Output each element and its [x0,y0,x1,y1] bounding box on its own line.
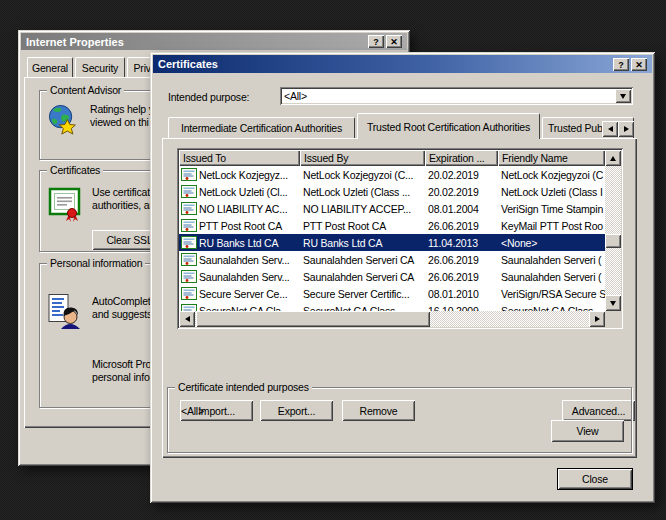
button-label: View [577,425,599,437]
arrow-right-icon [595,316,600,322]
cell-friendly-name: NetLock Uzleti (Class I [498,186,605,198]
scrollbar-thumb[interactable] [196,311,430,327]
cell-text: NetLock Uzleti (Class ... [303,186,410,198]
intended-purpose-label: Intended purpose: [168,91,249,103]
column-header-expiration[interactable]: Expiration ... [425,150,498,166]
cell-expiration: 26.06.2019 [425,254,498,266]
cell-issued-to: NetLock Kozjegyz... [179,168,300,181]
certificates-titlebar[interactable]: Certificates ? ✕ [153,55,652,73]
certificate-list: NetLock Kozjegyz...NetLock Kozjegyzoi (C… [179,166,605,311]
list-header: Issued To Issued By Expiration ... Frien… [179,150,605,166]
cell-text: NO LIABILITY AC... [199,203,287,215]
cell-text: Saunalahden Serv... [199,254,290,266]
certificate-purposes-group: Certificate intended purposes <All> View [167,387,632,453]
cell-issued-by: Saunalahden Serveri CA [300,271,425,283]
group-label: Personal information [47,257,145,269]
cell-expiration: 08.01.2010 [425,288,498,300]
certificate-icon [181,219,197,232]
cell-friendly-name: VeriSign/RSA Secure S [498,288,605,300]
scrollbar-thumb[interactable] [605,234,621,248]
horizontal-scrollbar[interactable] [179,311,605,327]
certificates-text-1: Use certificat [92,186,150,198]
cell-issued-by: NO LIABILITY ACCEP... [300,203,425,215]
close-window-button[interactable]: ✕ [631,58,647,71]
certificate-row[interactable]: SecureNet CA Cla...SecureNet CA Class ..… [179,302,605,311]
group-label: Certificate intended purposes [175,381,312,393]
certificate-icon [181,202,197,215]
cell-issued-to: NetLock Uzleti (Cl... [179,185,300,198]
tab-security[interactable]: Security [75,57,125,78]
cell-text: NetLock Uzleti (Class I [501,186,603,198]
certificate-row[interactable]: NetLock Kozjegyz...NetLock Kozjegyzoi (C… [179,166,605,183]
tab-scroll-right-button[interactable] [618,121,634,137]
cell-text: Saunalahden Serveri ( [501,254,601,266]
content-advisor-text-1: Ratings help y [90,103,154,115]
combobox-dropdown-button[interactable] [615,89,631,103]
internet-properties-titlebar[interactable]: Internet Properties ? ✕ [21,33,407,50]
tab-general[interactable]: General [27,57,73,78]
close-window-button[interactable]: ✕ [386,35,402,48]
trusted-root-tabpage: Issued To Issued By Expiration ... Frien… [162,138,637,458]
certificate-row[interactable]: PTT Post Root CAPTT Post Root CA26.06.20… [179,217,605,234]
help-button[interactable]: ? [368,35,384,48]
cell-text: Saunalahden Serveri CA [303,254,414,266]
cell-issued-by: RU Banks Ltd CA [300,237,425,249]
tab-intermediate-authorities[interactable]: Intermediate Certification Authorities [168,117,355,138]
group-label: Content Advisor [47,84,124,96]
cell-text: 26.06.2019 [428,271,479,283]
column-header-friendly-name[interactable]: Friendly Name [498,150,605,166]
certificate-row[interactable]: RU Banks Ltd CARU Banks Ltd CA11.04.2013… [179,234,605,251]
column-header-issued-to[interactable]: Issued To [179,150,300,166]
certificate-row[interactable]: Saunalahden Serv...Saunalahden Serveri C… [179,268,605,285]
view-button[interactable]: View [551,420,624,442]
cell-expiration: 26.06.2019 [425,220,498,232]
profile-text-1: Microsoft Prof [92,358,154,370]
cell-text: 20.02.2019 [428,169,479,181]
scroll-right-button[interactable] [589,311,605,327]
help-icon: ? [618,60,624,70]
cell-text: NetLock Kozjegyz... [199,169,288,181]
close-icon: ✕ [635,60,643,70]
scroll-up-button[interactable] [605,150,621,166]
intended-purpose-combobox[interactable]: <All> [280,87,633,105]
chevron-left-icon [608,126,613,132]
scroll-left-button[interactable] [179,311,195,327]
cell-issued-by: NetLock Kozjegyzoi (C... [300,169,425,181]
certificate-listview: Issued To Issued By Expiration ... Frien… [177,148,623,329]
cell-issued-to: Saunalahden Serv... [179,270,300,283]
certificate-row[interactable]: Secure Server Ce...Secure Server Certifi… [179,285,605,302]
desktop: Internet Properties ? ✕ General Security… [0,0,666,520]
cell-expiration: 20.02.2019 [425,169,498,181]
vertical-scrollbar[interactable] [605,150,621,311]
cell-expiration: 20.02.2019 [425,186,498,198]
certificate-icon [181,287,197,300]
cell-text: PTT Post Root CA [199,220,282,232]
cell-issued-to: NO LIABILITY AC... [179,202,300,215]
cell-text: 11.04.2013 [428,237,478,249]
column-header-issued-by[interactable]: Issued By [300,150,425,166]
cell-friendly-name: Saunalahden Serveri ( [498,271,605,283]
cell-issued-to: Saunalahden Serv... [179,253,300,266]
column-label: Friendly Name [502,152,568,164]
help-button[interactable]: ? [613,58,629,71]
window-title: Internet Properties [26,36,124,48]
cell-text: RU Banks Ltd CA [303,237,382,249]
certificate-icon [181,236,197,249]
cell-text: NO LIABILITY ACCEP... [303,203,411,215]
tab-label: Trusted Publ [548,122,605,134]
certificate-row[interactable]: NO LIABILITY AC...NO LIABILITY ACCEP...0… [179,200,605,217]
arrow-left-icon [185,316,190,322]
column-label: Expiration ... [429,152,485,164]
column-label: Issued To [183,152,226,164]
scrollbar-track[interactable] [605,166,621,295]
certificates-window: Certificates ? ✕ Intended purpose: <All>… [150,52,655,503]
help-icon: ? [373,37,379,47]
scroll-down-button[interactable] [605,295,621,311]
close-button[interactable]: Close [557,468,633,490]
tab-scroll-left-button[interactable] [602,121,618,137]
tab-trusted-root-authorities[interactable]: Trusted Root Certification Authorities [357,113,540,139]
certificate-row[interactable]: Saunalahden Serv...Saunalahden Serveri C… [179,251,605,268]
cell-friendly-name: Saunalahden Serveri ( [498,254,605,266]
cell-text: Secure Server Certific... [303,288,409,300]
certificate-row[interactable]: NetLock Uzleti (Cl...NetLock Uzleti (Cla… [179,183,605,200]
